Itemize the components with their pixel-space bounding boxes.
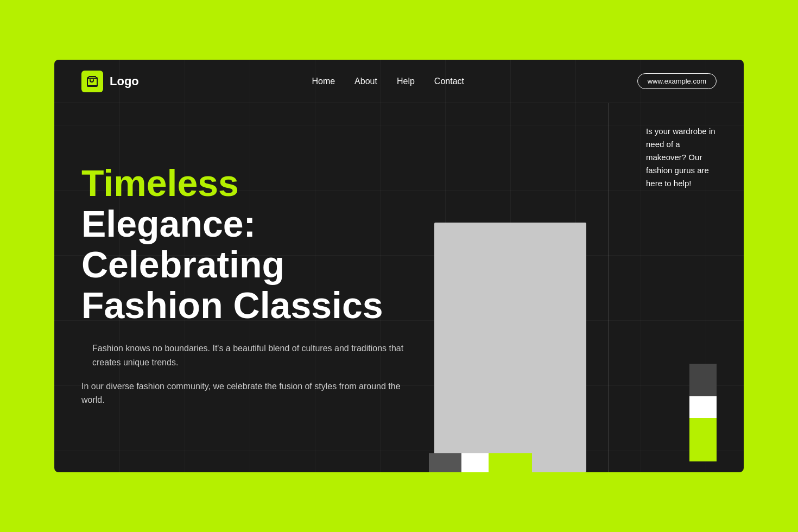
- browser-window: Logo Home About Help Contact www.example…: [54, 60, 744, 472]
- logo-text: Logo: [110, 74, 139, 88]
- nav-item-help[interactable]: Help: [397, 77, 415, 86]
- color-block-dark: [429, 453, 461, 472]
- side-block-lime: [689, 418, 717, 461]
- right-sidebar: Is your wardrobe in need of a makeover? …: [608, 103, 717, 472]
- color-block-white: [461, 453, 489, 472]
- hero-title-highlight: Timeless: [81, 162, 239, 204]
- side-block-white: [689, 396, 717, 418]
- hero-section: Timeless Elegance:CelebratingFashion Cla…: [81, 103, 418, 472]
- color-blocks-row: [429, 453, 532, 472]
- vertical-divider: [608, 103, 609, 472]
- nav-item-home[interactable]: Home: [312, 77, 335, 86]
- center-image-section: [434, 103, 608, 472]
- color-block-lime: [489, 453, 532, 472]
- hero-title: Timeless Elegance:CelebratingFashion Cla…: [81, 163, 418, 325]
- header: Logo Home About Help Contact www.example…: [54, 60, 744, 103]
- main-content: Timeless Elegance:CelebratingFashion Cla…: [54, 103, 744, 472]
- url-bar[interactable]: www.example.com: [637, 73, 717, 89]
- hero-description-1: Fashion knows no boundaries. It's a beau…: [81, 341, 418, 369]
- hero-title-normal: Elegance:CelebratingFashion Classics: [81, 203, 383, 326]
- logo-area: Logo: [81, 71, 139, 92]
- side-color-blocks: [689, 364, 717, 472]
- nav-item-about[interactable]: About: [354, 77, 377, 86]
- main-nav: Home About Help Contact: [312, 77, 464, 86]
- main-image-card: [434, 223, 586, 472]
- sidebar-text: Is your wardrobe in need of a makeover? …: [646, 125, 717, 190]
- hero-description-2: In our diverse fashion community, we cel…: [81, 379, 418, 407]
- nav-item-contact[interactable]: Contact: [434, 77, 464, 86]
- side-block-dark: [689, 364, 717, 396]
- logo-icon: [81, 71, 103, 92]
